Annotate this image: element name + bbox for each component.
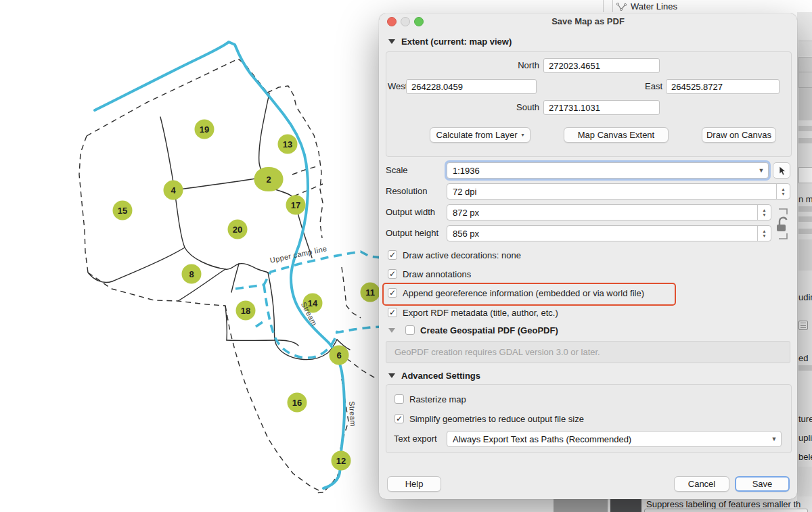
map-canvas-extent-label: Map Canvas Extent	[578, 130, 654, 140]
panel-fragment	[798, 239, 812, 271]
rdf-metadata-option[interactable]: Export RDF metadata (title, author, etc.…	[388, 305, 558, 320]
geopdf-option[interactable]: Create Geospatial PDF (GeoPDF)	[388, 323, 558, 338]
text-export-label: Text export	[394, 432, 437, 446]
background-dialog-bottom: Suppress labeling of features smaller th	[379, 498, 812, 512]
collapse-triangle-icon	[388, 39, 395, 44]
cancel-label: Cancel	[688, 479, 715, 489]
partial-input-field[interactable]	[644, 509, 808, 512]
annotations-option[interactable]: Draw annotations	[388, 266, 471, 281]
calculate-from-layer-button[interactable]: Calculate from Layer ▾	[430, 127, 531, 143]
clipped-text-fragment: n m	[798, 194, 812, 204]
minimize-button	[401, 17, 410, 26]
cancel-button[interactable]: Cancel	[674, 476, 729, 492]
spinner-arrows-icon[interactable]: ▲▼	[776, 184, 790, 199]
west-input[interactable]: 264228.0459	[406, 79, 537, 94]
line-layer-icon	[616, 2, 628, 11]
clipped-text-fragment: ture	[798, 414, 812, 424]
help-button[interactable]: Help	[387, 476, 441, 492]
save-map-as-pdf-dialog: Save Map as PDF Extent (current: map vie…	[379, 14, 797, 499]
geopdf-checkbox[interactable]	[405, 325, 415, 335]
map-marker-12: 12	[332, 451, 351, 471]
map-marker-18: 18	[236, 301, 256, 321]
panel-fragment	[798, 467, 812, 496]
rasterize-checkbox[interactable]	[394, 394, 404, 404]
simplify-checkbox[interactable]	[394, 414, 404, 423]
map-marker-2: 2	[254, 167, 284, 191]
dropdown-arrow-icon: ▾	[521, 132, 524, 138]
calculate-from-layer-label: Calculate from Layer	[436, 130, 518, 140]
panel-fragment	[798, 41, 812, 56]
chevron-down-icon: ▼	[754, 167, 768, 174]
map-marker-11: 11	[361, 283, 380, 302]
clipped-text-fragment: upli	[798, 433, 812, 443]
draw-on-canvas-button[interactable]: Draw on Canvas	[702, 127, 776, 143]
close-button[interactable]	[387, 17, 397, 26]
simplify-option[interactable]: Simplify geometries to reduce output fil…	[394, 411, 584, 426]
panel-fragment	[798, 216, 812, 222]
advanced-settings-header[interactable]: Advanced Settings	[388, 371, 480, 381]
map-marker-4: 4	[164, 181, 183, 200]
scale-combobox[interactable]: 1:1936 ▼	[447, 162, 769, 179]
panel-fragment	[798, 57, 812, 73]
map-marker-20: 20	[228, 220, 248, 239]
save-button[interactable]: Save	[735, 476, 790, 492]
extent-section-header[interactable]: Extent (current: map view)	[388, 37, 512, 47]
geopdf-note-text: GeoPDF creation requires GDAL version 3.…	[394, 347, 600, 357]
zoom-button[interactable]	[414, 17, 424, 26]
simplify-label: Simplify geometries to reduce output fil…	[409, 414, 584, 424]
output-width-spinbox[interactable]: 872 px ▲▼	[447, 204, 771, 220]
decorations-checkbox[interactable]	[388, 250, 397, 260]
panel-fragment	[798, 72, 812, 88]
color-swatch-dark[interactable]	[610, 498, 641, 512]
aspect-ratio-lock-icon[interactable]	[774, 206, 792, 241]
annotations-checkbox[interactable]	[388, 269, 397, 279]
georeference-label: Append georeference information (embedde…	[403, 288, 644, 298]
georeference-option[interactable]: Append georeference information (embedde…	[388, 285, 644, 300]
output-height-spinbox[interactable]: 856 px ▲▼	[447, 225, 771, 241]
north-input[interactable]: 272023.4651	[543, 58, 660, 73]
clipped-text-fragment: ed	[798, 353, 808, 363]
color-swatch-gray[interactable]	[554, 498, 608, 512]
resolution-spinbox[interactable]: 72 dpi ▲▼	[447, 183, 790, 200]
clipped-text-fragment: udin	[798, 292, 812, 302]
background-panel-edge: n mudinedtureuplibele	[797, 12, 812, 512]
help-label: Help	[405, 479, 424, 489]
decorations-option[interactable]: Draw active decorations: none	[388, 248, 521, 262]
layer-panel-water-lines-row[interactable]: Water Lines	[598, 0, 812, 12]
spinner-arrows-icon[interactable]: ▲▼	[757, 205, 771, 220]
spinner-arrows-icon[interactable]: ▲▼	[757, 226, 771, 241]
scale-value: 1:1936	[447, 166, 754, 176]
panel-fragment	[798, 167, 812, 183]
text-export-dropdown[interactable]: Always Export Text as Paths (Recommended…	[447, 431, 782, 447]
panel-fragment	[798, 229, 812, 234]
panel-fragment	[798, 138, 812, 143]
map-marker-6: 6	[330, 346, 349, 365]
cursor-icon	[777, 166, 786, 176]
south-label: South	[516, 100, 539, 115]
decorations-label: Draw active decorations: none	[403, 250, 521, 260]
map-marker-17: 17	[286, 195, 306, 215]
suppress-labeling-text: Suppress labeling of features smaller th	[646, 499, 800, 509]
rdf-metadata-checkbox[interactable]	[388, 308, 397, 317]
rasterize-option[interactable]: Rasterize map	[394, 392, 466, 406]
output-width-label: Output width	[386, 205, 435, 220]
geopdf-note: GeoPDF creation requires GDAL version 3.…	[386, 341, 790, 363]
output-width-value: 872 px	[447, 208, 757, 218]
map-marker-19: 19	[195, 120, 215, 139]
rasterize-label: Rasterize map	[409, 394, 466, 404]
map-canvas-extent-button[interactable]: Map Canvas Extent	[564, 127, 669, 143]
output-height-value: 856 px	[447, 229, 757, 239]
north-label: North	[518, 58, 539, 73]
set-scale-from-canvas-button[interactable]	[773, 162, 790, 179]
dialog-titlebar[interactable]: Save Map as PDF	[379, 14, 797, 28]
extent-header-label: Extent (current: map view)	[401, 37, 512, 47]
south-input[interactable]: 271731.1031	[543, 100, 660, 115]
panel-fragment	[798, 126, 812, 131]
east-input[interactable]: 264525.8727	[666, 79, 780, 94]
georeference-checkbox[interactable]	[388, 288, 397, 298]
rdf-metadata-label: Export RDF metadata (title, author, etc.…	[403, 308, 558, 318]
save-label: Save	[752, 479, 773, 489]
map-label: Stream	[348, 401, 357, 427]
collapse-triangle-icon[interactable]	[388, 328, 395, 333]
panel-fragment	[798, 365, 812, 371]
